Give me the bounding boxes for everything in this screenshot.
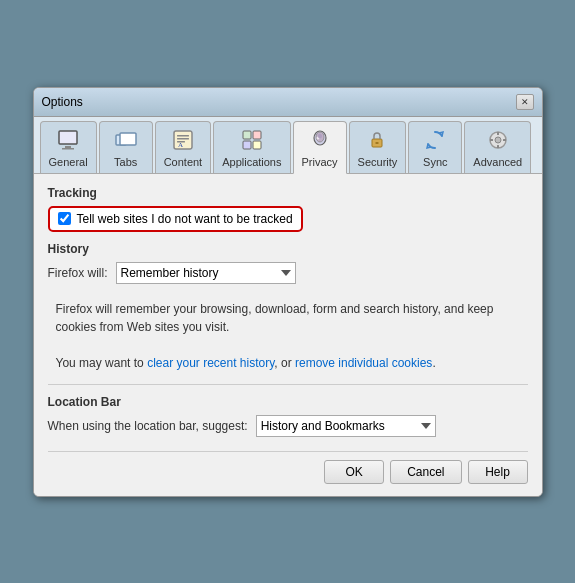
tab-applications-label: Applications (222, 156, 281, 168)
links-prefix: You may want to (56, 356, 148, 370)
svg-rect-11 (243, 131, 251, 139)
location-dropdown[interactable]: History and Bookmarks History Bookmarks … (256, 415, 436, 437)
applications-icon (238, 126, 266, 154)
tab-tabs[interactable]: Tabs (99, 121, 153, 173)
location-row: When using the location bar, suggest: Hi… (48, 415, 528, 437)
history-section: History Firefox will: Remember history N… (48, 242, 528, 284)
links-between: , or (274, 356, 295, 370)
svg-point-18 (318, 133, 322, 138)
links-box: You may want to clear your recent histor… (48, 352, 528, 374)
svg-rect-23 (497, 132, 499, 135)
svg-rect-8 (177, 138, 189, 140)
ok-button[interactable]: OK (324, 460, 384, 484)
tab-general-label: General (49, 156, 88, 168)
when-label: When using the location bar, suggest: (48, 419, 248, 433)
tab-content-label: Content (164, 156, 203, 168)
svg-rect-13 (243, 141, 251, 149)
svg-rect-12 (253, 131, 261, 139)
history-row: Firefox will: Remember history Never rem… (48, 262, 528, 284)
info-text: Firefox will remember your browsing, dow… (48, 294, 528, 342)
tab-sync[interactable]: Sync (408, 121, 462, 173)
options-window: Options ✕ General (33, 87, 543, 497)
content-icon: A (169, 126, 197, 154)
remove-cookies-link[interactable]: remove individual cookies (295, 356, 432, 370)
help-button[interactable]: Help (468, 460, 528, 484)
buttons-row: OK Cancel Help (48, 451, 528, 484)
location-bar-label: Location Bar (48, 395, 528, 409)
svg-rect-0 (59, 131, 77, 144)
svg-rect-1 (65, 146, 71, 148)
tracking-section: Tracking Tell web sites I do not want to… (48, 186, 528, 232)
cancel-button[interactable]: Cancel (390, 460, 461, 484)
svg-rect-2 (62, 148, 74, 150)
tab-privacy[interactable]: Privacy (293, 121, 347, 174)
security-icon (363, 126, 391, 154)
history-label: History (48, 242, 528, 256)
tracking-checkbox-label[interactable]: Tell web sites I do not want to be track… (77, 212, 293, 226)
tab-advanced[interactable]: Advanced (464, 121, 531, 173)
tab-security-label: Security (358, 156, 398, 168)
tab-content[interactable]: A Content (155, 121, 212, 173)
window-title: Options (42, 95, 83, 109)
svg-rect-20 (376, 142, 379, 144)
privacy-icon (306, 126, 334, 154)
general-icon (54, 126, 82, 154)
svg-rect-5 (120, 133, 136, 145)
content-area: Tracking Tell web sites I do not want to… (34, 174, 542, 496)
divider (48, 384, 528, 385)
sync-icon (421, 126, 449, 154)
tabs-icon (112, 126, 140, 154)
title-controls: ✕ (516, 94, 534, 110)
svg-text:A: A (178, 141, 183, 149)
close-button[interactable]: ✕ (516, 94, 534, 110)
svg-rect-7 (177, 135, 189, 137)
title-bar: Options ✕ (34, 88, 542, 117)
location-bar-section: Location Bar When using the location bar… (48, 395, 528, 437)
tab-sync-label: Sync (423, 156, 447, 168)
tab-general[interactable]: General (40, 121, 97, 173)
svg-rect-26 (503, 139, 506, 141)
clear-history-link[interactable]: clear your recent history (147, 356, 274, 370)
svg-rect-24 (497, 145, 499, 148)
tab-privacy-label: Privacy (302, 156, 338, 168)
links-suffix: . (432, 356, 435, 370)
tracking-checkbox-row: Tell web sites I do not want to be track… (48, 206, 303, 232)
tab-security[interactable]: Security (349, 121, 407, 173)
svg-rect-14 (253, 141, 261, 149)
svg-rect-25 (490, 139, 493, 141)
tracking-label: Tracking (48, 186, 528, 200)
tab-tabs-label: Tabs (114, 156, 137, 168)
svg-point-22 (495, 137, 501, 143)
history-dropdown[interactable]: Remember history Never remember history … (116, 262, 296, 284)
firefox-will-label: Firefox will: (48, 266, 108, 280)
advanced-icon (484, 126, 512, 154)
tab-applications[interactable]: Applications (213, 121, 290, 173)
tracking-checkbox[interactable] (58, 212, 71, 225)
tabs-bar: General Tabs A (34, 117, 542, 174)
tab-advanced-label: Advanced (473, 156, 522, 168)
